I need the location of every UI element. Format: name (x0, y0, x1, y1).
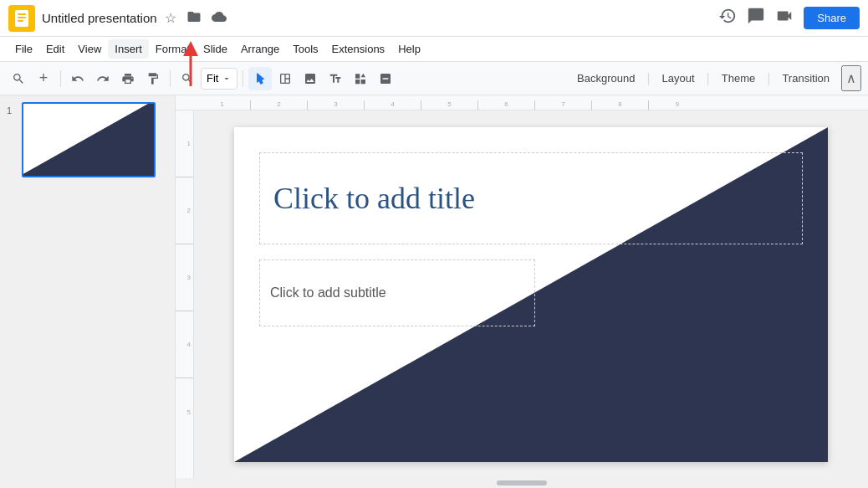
undo-button[interactable] (66, 67, 89, 90)
separator-1 (60, 70, 61, 87)
slide-thumbnail[interactable] (22, 102, 156, 177)
app-icon (8, 5, 35, 32)
share-button[interactable]: Share (804, 7, 860, 29)
subtitle-placeholder[interactable]: Click to add subtitle (259, 259, 535, 326)
title-bar: Untitled presentation ☆ Share (0, 0, 868, 37)
theme-button[interactable]: Theme (713, 69, 763, 88)
svg-rect-5 (18, 17, 26, 18)
toolbar-collapse-button[interactable]: ∧ (841, 65, 861, 91)
toolbar-right: Background | Layout | Theme | Transition… (569, 65, 861, 91)
ruler-left: 1 2 3 4 5 (176, 110, 194, 478)
separator-2 (170, 70, 171, 87)
ruler-v-mark-3: 3 (176, 244, 193, 311)
ruler-mark-4: 4 (365, 100, 421, 110)
menu-bar: File Edit View Insert Format Slide Arran… (0, 37, 868, 62)
redo-button[interactable] (91, 67, 115, 90)
history-button[interactable] (718, 7, 737, 29)
transition-button[interactable]: Transition (774, 69, 838, 88)
menu-file[interactable]: File (8, 39, 39, 59)
title-placeholder[interactable]: Click to add title (259, 152, 803, 244)
title-placeholder-text: Click to add title (273, 181, 475, 216)
zoom-out-button[interactable] (176, 67, 199, 90)
ruler-v-mark-1: 1 (176, 110, 193, 177)
print-button[interactable] (116, 67, 140, 90)
meet-button[interactable] (775, 7, 794, 29)
h-scrollbar[interactable] (176, 478, 868, 488)
slide-canvas-wrap: Click to add title Click to add subtitle (194, 110, 868, 478)
cursor-tool-button[interactable] (248, 67, 272, 90)
toolbar: + Fit Background | Layout | The (0, 62, 868, 95)
ruler-mark-2: 2 (251, 100, 308, 110)
menu-tools[interactable]: Tools (286, 39, 324, 59)
menu-slide[interactable]: Slide (197, 39, 234, 59)
separator-3 (243, 70, 243, 87)
svg-rect-4 (18, 13, 26, 15)
ruler-mark-9: 9 (649, 100, 706, 110)
slide-canvas[interactable]: Click to add title Click to add subtitle (234, 127, 828, 462)
search-button[interactable] (7, 67, 30, 90)
zoom-value: Fit (207, 72, 218, 85)
comments-button[interactable] (747, 7, 765, 29)
ruler-mark-7: 7 (535, 100, 592, 110)
menu-extensions[interactable]: Extensions (325, 39, 392, 59)
ruler-top: 1 2 3 4 5 6 7 8 9 (176, 95, 868, 110)
zoom-in-button[interactable]: + (32, 67, 55, 90)
background-button[interactable]: Background (569, 69, 643, 88)
line-tool-button[interactable] (374, 67, 397, 90)
paint-format-button[interactable] (141, 67, 165, 90)
shape-tool-button[interactable] (349, 67, 372, 90)
subtitle-placeholder-text: Click to add subtitle (270, 285, 386, 301)
ruler-mark-3: 3 (308, 100, 365, 110)
canvas-with-ruler: 1 2 3 4 5 Click to add title Click t (176, 110, 868, 478)
svg-rect-6 (18, 20, 23, 22)
star-icon[interactable]: ☆ (165, 10, 176, 26)
menu-format[interactable]: Format (149, 39, 197, 59)
ruler-mark-5: 5 (421, 100, 478, 110)
ruler-mark-6: 6 (478, 100, 535, 110)
text-tool-button[interactable] (324, 67, 347, 90)
menu-help[interactable]: Help (391, 39, 427, 59)
zoom-select[interactable]: Fit (201, 68, 237, 90)
layout-button[interactable]: Layout (654, 69, 703, 88)
slide-number: 1 (7, 105, 17, 116)
ruler-v-mark-2: 2 (176, 177, 193, 244)
canvas-area: 1 2 3 4 5 6 7 8 9 1 2 3 4 5 (176, 95, 868, 488)
folder-icon[interactable] (186, 9, 202, 28)
slide-thumb-container: 1 (7, 102, 168, 177)
ruler-v-mark-4: 4 (176, 311, 193, 378)
thumb-triangle (22, 102, 154, 176)
scroll-thumb (497, 480, 547, 485)
cloud-save-icon[interactable] (212, 9, 227, 28)
image-tool-button[interactable] (299, 67, 322, 90)
menu-arrange[interactable]: Arrange (234, 39, 286, 59)
menu-view[interactable]: View (71, 39, 108, 59)
ruler-mark-1: 1 (194, 100, 251, 110)
menu-insert[interactable]: Insert (108, 39, 149, 59)
presentation-title[interactable]: Untitled presentation (42, 11, 157, 25)
slide-panel: 1 (0, 95, 176, 488)
ruler-mark-8: 8 (592, 100, 649, 110)
menu-edit[interactable]: Edit (39, 39, 71, 59)
ruler-v-mark-5: 5 (176, 378, 193, 445)
main-layout: 1 1 2 3 4 5 6 7 8 9 1 2 (0, 95, 868, 488)
select-tool-button[interactable] (273, 67, 297, 90)
